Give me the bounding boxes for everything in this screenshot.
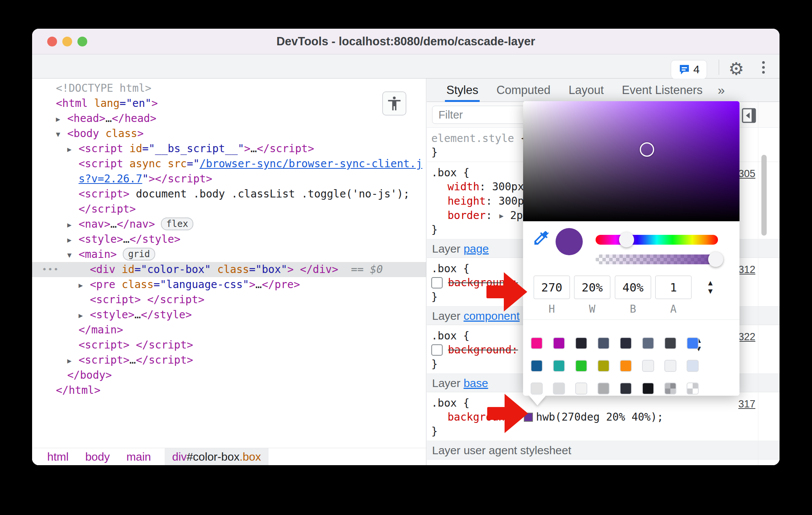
hue-value-input[interactable] xyxy=(534,276,570,299)
layer-link[interactable]: base xyxy=(463,377,488,389)
scrollbar-thumb[interactable] xyxy=(761,155,767,236)
devtools-window: DevTools - localhost:8080/demo/cascade-l… xyxy=(32,29,780,465)
blackness-value-input[interactable] xyxy=(615,276,651,299)
hue-slider[interactable] xyxy=(596,235,718,245)
breadcrumb-body[interactable]: body xyxy=(85,450,110,463)
palette-swatch[interactable] xyxy=(531,337,543,349)
alpha-value-input[interactable] xyxy=(655,276,692,299)
current-color-swatch[interactable] xyxy=(556,228,583,255)
issues-button[interactable]: 4 xyxy=(671,60,707,79)
palette-swatch[interactable] xyxy=(575,337,587,349)
tab-styles[interactable]: Styles xyxy=(437,79,487,102)
source-link[interactable]: 312 xyxy=(738,264,755,276)
disclosure-triangle-icon[interactable]: ▶ xyxy=(79,308,83,323)
dom-tree-row[interactable]: ▶<style>…</style> xyxy=(32,307,426,322)
palette-swatch[interactable] xyxy=(531,382,543,395)
saturation-value-gradient[interactable] xyxy=(523,101,739,221)
dom-tree-row[interactable]: ▶<script id="__bs_script__">…</script> xyxy=(32,141,426,156)
whiteness-label: W xyxy=(574,303,610,315)
palette-swatch[interactable] xyxy=(642,382,654,395)
dom-tree-row[interactable]: ▶<nav>…</nav>flex xyxy=(32,217,426,232)
disclosure-triangle-icon[interactable]: ▶ xyxy=(67,232,71,247)
breadcrumb-main[interactable]: main xyxy=(127,450,151,463)
accessibility-person-icon xyxy=(386,95,403,112)
palette-swatch[interactable] xyxy=(575,360,587,372)
toolbar-divider xyxy=(719,60,719,75)
layout-badge[interactable]: grid xyxy=(123,248,155,261)
breadcrumb-selected[interactable]: div#color-box.box xyxy=(165,448,269,466)
palette-swatch[interactable] xyxy=(664,382,676,395)
disclosure-triangle-icon[interactable]: ▶ xyxy=(67,217,71,232)
palette-swatch[interactable] xyxy=(620,360,632,372)
more-sidebar-tabs-chevron[interactable]: » xyxy=(712,83,731,97)
dom-tree-row[interactable]: <script> document .body .classList .togg… xyxy=(32,187,426,202)
disclosure-triangle-icon[interactable]: ▼ xyxy=(56,126,60,142)
format-switcher-icon[interactable]: ▲▼ xyxy=(707,279,714,295)
dom-tree-row[interactable]: <script> </script> xyxy=(32,292,426,307)
palette-swatch[interactable] xyxy=(687,337,699,349)
palette-swatch[interactable] xyxy=(642,360,654,372)
palette-swatch[interactable] xyxy=(620,382,632,395)
alpha-slider-thumb[interactable] xyxy=(708,252,723,267)
palette-swatch[interactable] xyxy=(597,337,610,349)
elements-panel: <!DOCTYPE html><html lang="en">▶<head>…<… xyxy=(32,79,426,465)
palette-swatch[interactable] xyxy=(553,382,565,395)
dom-tree-row[interactable]: s?v=2.26.7"></script> xyxy=(32,171,426,187)
tab-computed[interactable]: Computed xyxy=(487,79,559,102)
palette-swatch[interactable] xyxy=(553,337,565,349)
color-cursor[interactable] xyxy=(640,142,654,157)
dom-tree-row[interactable]: </html> xyxy=(32,383,426,398)
dom-tree-row[interactable]: </main> xyxy=(32,322,426,338)
property-checkbox[interactable] xyxy=(431,344,443,356)
disclosure-triangle-icon[interactable]: ▼ xyxy=(67,247,71,262)
disclosure-triangle-icon[interactable]: ▶ xyxy=(56,111,60,126)
style-property: background: hwb(270deg 20% 40%); xyxy=(427,410,780,424)
dom-tree-row[interactable]: </script> xyxy=(32,202,426,217)
disclosure-triangle-icon[interactable]: ▶ xyxy=(67,353,71,368)
palette-swatch[interactable] xyxy=(553,360,565,372)
tab-event-listeners[interactable]: Event Listeners xyxy=(613,79,712,102)
dom-tree-row[interactable]: <!DOCTYPE html> xyxy=(32,81,426,96)
breadcrumb-html[interactable]: html xyxy=(47,450,69,463)
whiteness-value-input[interactable] xyxy=(574,276,610,299)
dom-tree-row[interactable]: •••<div id="color-box" class="box"> </di… xyxy=(32,262,426,277)
dom-tree-row[interactable]: <script async src="/browser-sync/browser… xyxy=(32,156,426,171)
palette-swatch[interactable] xyxy=(664,360,676,372)
palette-swatch[interactable] xyxy=(642,337,654,349)
palette-swatch[interactable] xyxy=(620,337,632,349)
dom-tree-row[interactable]: ▶<pre class="language-css">…</pre> xyxy=(32,277,426,292)
palette-swatch[interactable] xyxy=(687,360,699,372)
palette-swatch[interactable] xyxy=(575,382,587,395)
source-link[interactable]: 322 xyxy=(738,331,755,343)
dom-tree-row[interactable]: ▼<main>grid xyxy=(32,247,426,262)
property-checkbox[interactable] xyxy=(431,277,443,288)
dom-tree-row[interactable]: <html lang="en"> xyxy=(32,96,426,111)
kebab-menu-icon[interactable] xyxy=(762,59,765,76)
settings-gear-icon[interactable]: ⚙ xyxy=(729,57,744,81)
hue-slider-thumb[interactable] xyxy=(619,232,634,247)
palette-swatch[interactable] xyxy=(687,382,699,395)
accessibility-button[interactable] xyxy=(382,91,406,116)
source-link[interactable]: 317 xyxy=(738,398,755,410)
eyedropper-icon[interactable] xyxy=(532,229,550,247)
picker-divider xyxy=(523,319,739,320)
palette-swatch[interactable] xyxy=(597,382,610,395)
dom-tree-row[interactable]: <script> </script> xyxy=(32,338,426,353)
sidebar-tabs: Styles Computed Layout Event Listeners » xyxy=(427,79,780,102)
disclosure-triangle-icon[interactable]: ▶ xyxy=(67,142,71,157)
layer-link[interactable]: page xyxy=(463,242,489,255)
dom-tree-row[interactable]: ▼<body class> xyxy=(32,126,426,141)
alpha-slider[interactable] xyxy=(596,254,718,264)
dom-tree-row[interactable]: ▶<style>…</style> xyxy=(32,232,426,247)
palette-swatch[interactable] xyxy=(531,360,543,372)
dom-tree-row[interactable]: </body> xyxy=(32,368,426,383)
palette-swatch[interactable] xyxy=(664,337,676,349)
palette-swatch[interactable] xyxy=(597,360,610,372)
dom-tree-row[interactable]: ▶<script>…</script> xyxy=(32,353,426,368)
sidebar-toggle-icon[interactable] xyxy=(741,106,756,124)
tab-layout[interactable]: Layout xyxy=(559,79,613,102)
source-link[interactable]: 305 xyxy=(738,168,755,180)
layout-badge[interactable]: flex xyxy=(161,217,193,230)
dom-tree-row[interactable]: ▶<head>…</head> xyxy=(32,111,426,126)
disclosure-triangle-icon[interactable]: ▶ xyxy=(79,278,83,293)
